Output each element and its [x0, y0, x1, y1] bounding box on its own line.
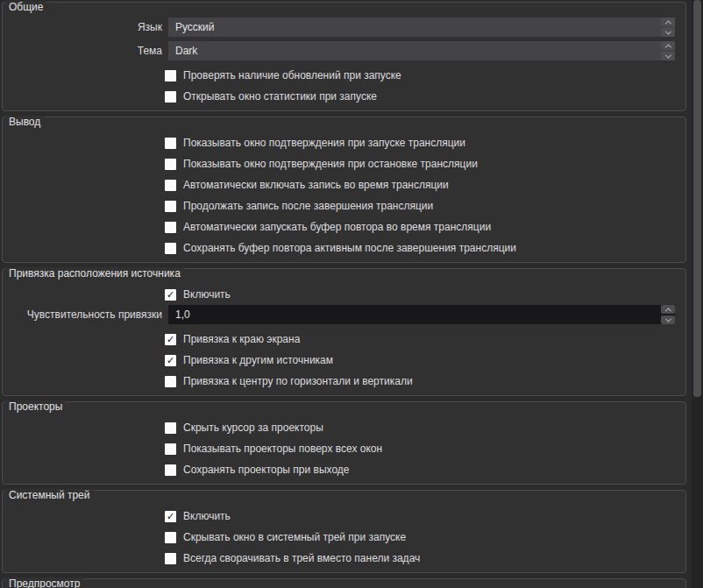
- projectors-always-on-top-row: Показывать проекторы поверх всех окон: [165, 443, 675, 455]
- save-projectors-on-exit-checkbox[interactable]: [165, 464, 176, 476]
- auto-start-replay-buffer-label[interactable]: Автоматически запускать буфер повтора во…: [183, 221, 491, 233]
- auto-record-when-streaming-label[interactable]: Автоматически включать запись во время т…: [183, 179, 449, 191]
- language-up-button[interactable]: [661, 18, 675, 26]
- always-minimize-to-tray-checkbox[interactable]: [165, 553, 176, 564]
- confirm-stop-stream-label[interactable]: Показывать окно подтверждения при остано…: [183, 158, 478, 170]
- keep-recording-after-stream-label[interactable]: Продолжать запись после завершения транс…: [183, 200, 433, 212]
- always-minimize-to-tray-label[interactable]: Всегда сворачивать в трей вместо панели …: [183, 552, 420, 564]
- snap-sensitivity-input[interactable]: 1,0: [168, 305, 675, 324]
- snap-to-other-sources-checkbox[interactable]: [165, 355, 176, 366]
- check-updates-label[interactable]: Проверять наличие обновлений при запуске: [183, 69, 401, 81]
- keep-replay-buffer-after-stream-label[interactable]: Сохранять буфер повтора активным после з…: [183, 242, 516, 254]
- system-tray-group: Системный трейВключитьСкрывать окно в си…: [2, 490, 686, 573]
- enable-snapping-row: Включить: [165, 288, 675, 301]
- enable-tray-label[interactable]: Включить: [183, 510, 231, 522]
- auto-record-when-streaming-row: Автоматически включать запись во время т…: [165, 179, 675, 191]
- keep-recording-after-stream-checkbox[interactable]: [165, 201, 176, 212]
- projectors-always-on-top-label[interactable]: Показывать проекторы поверх всех окон: [183, 443, 382, 455]
- save-projectors-on-exit-label[interactable]: Сохранять проекторы при выходе: [183, 464, 350, 476]
- snap-to-other-sources-label[interactable]: Привязка к другим источникам: [183, 354, 333, 366]
- preview-group: ПредпросмотрСкрыть переполнение: [2, 578, 686, 588]
- keep-replay-buffer-after-stream-row: Сохранять буфер повтора активным после з…: [165, 242, 675, 254]
- open-stats-checkbox[interactable]: [165, 91, 176, 103]
- general-group-title: Общие: [5, 1, 46, 13]
- open-stats-row: Открывать окно статистики при запуске: [165, 90, 675, 103]
- source-snapping-group-title: Привязка расположения источника: [5, 267, 184, 280]
- snap-to-screen-edge-label[interactable]: Привязка к краю экрана: [183, 333, 300, 345]
- snap-to-center-checkbox[interactable]: [165, 376, 176, 387]
- chevron-up-icon: [664, 44, 671, 50]
- enable-tray-row: Включить: [165, 510, 675, 522]
- check-updates-row: Проверять наличие обновлений при запуске: [165, 69, 675, 81]
- theme-up-button[interactable]: [661, 41, 675, 50]
- enable-tray-checkbox[interactable]: [165, 511, 176, 522]
- enable-snapping-checkbox[interactable]: [165, 289, 176, 301]
- source-snapping-group: Привязка расположения источникаВключитьЧ…: [2, 268, 686, 396]
- theme-row: ТемаDark: [3, 41, 675, 60]
- open-stats-label[interactable]: Открывать окно статистики при запуске: [183, 90, 377, 103]
- auto-start-replay-buffer-checkbox[interactable]: [165, 222, 176, 233]
- snap-sensitivity-down-button[interactable]: [661, 315, 675, 324]
- confirm-stop-stream-checkbox[interactable]: [165, 159, 176, 170]
- check-updates-checkbox[interactable]: [165, 70, 176, 81]
- auto-start-replay-buffer-row: Автоматически запускать буфер повтора во…: [165, 221, 675, 233]
- snap-sensitivity-spin-buttons: [661, 305, 675, 324]
- snap-sensitivity-label: Чувствительность привязки: [3, 308, 162, 321]
- snap-to-other-sources-row: Привязка к другим источникам: [165, 354, 675, 366]
- settings-content: ОбщиеЯзыкРусскийТемаDarkПроверять наличи…: [2, 2, 686, 588]
- language-value: Русский: [168, 21, 659, 33]
- minimize-to-tray-on-start-row: Скрывать окно в системный трей при запус…: [165, 531, 675, 543]
- language-row: ЯзыкРусский: [3, 18, 675, 37]
- chevron-down-icon: [664, 315, 671, 322]
- language-label: Язык: [3, 21, 162, 33]
- output-group-title: Вывод: [5, 116, 44, 128]
- hide-cursor-over-projectors-row: Скрыть курсор за проекторы: [165, 422, 675, 434]
- keep-recording-after-stream-row: Продолжать запись после завершения транс…: [165, 200, 675, 212]
- projectors-always-on-top-checkbox[interactable]: [165, 443, 176, 455]
- settings-page: ОбщиеЯзыкРусскийТемаDarkПроверять наличи…: [0, 0, 703, 588]
- scrollbar-thumb[interactable]: [693, 0, 701, 397]
- save-projectors-on-exit-row: Сохранять проекторы при выходе: [165, 464, 675, 476]
- enable-snapping-label[interactable]: Включить: [183, 288, 231, 301]
- hide-cursor-over-projectors-checkbox[interactable]: [165, 422, 176, 434]
- snap-to-center-label[interactable]: Привязка к центру по горизонтали и верти…: [183, 375, 413, 387]
- snap-sensitivity-value: 1,0: [168, 308, 659, 321]
- snap-sensitivity-row: Чувствительность привязки1,0: [3, 305, 675, 324]
- keep-replay-buffer-after-stream-checkbox[interactable]: [165, 243, 176, 254]
- hide-cursor-over-projectors-label[interactable]: Скрыть курсор за проекторы: [183, 422, 323, 434]
- confirm-stop-stream-row: Показывать окно подтверждения при остано…: [165, 158, 675, 170]
- theme-value: Dark: [168, 45, 659, 57]
- always-minimize-to-tray-row: Всегда сворачивать в трей вместо панели …: [165, 552, 675, 564]
- projectors-group-title: Проекторы: [5, 400, 66, 413]
- snap-sensitivity-up-button[interactable]: [661, 305, 675, 314]
- minimize-to-tray-on-start-checkbox[interactable]: [165, 532, 176, 543]
- minimize-to-tray-on-start-label[interactable]: Скрывать окно в системный трей при запус…: [183, 531, 406, 543]
- general-group: ОбщиеЯзыкРусскийТемаDarkПроверять наличи…: [2, 2, 686, 111]
- system-tray-group-title: Системный трей: [5, 489, 94, 501]
- theme-combobox[interactable]: Dark: [168, 41, 675, 60]
- snap-to-screen-edge-row: Привязка к краю экрана: [165, 333, 675, 345]
- chevron-down-icon: [664, 28, 671, 34]
- theme-down-button[interactable]: [661, 52, 675, 60]
- snap-to-screen-edge-checkbox[interactable]: [165, 334, 176, 345]
- output-group: ВыводПоказывать окно подтверждения при з…: [2, 117, 686, 263]
- confirm-start-stream-label[interactable]: Показывать окно подтверждения при запуск…: [183, 137, 465, 149]
- preview-group-title: Предпросмотр: [5, 577, 83, 588]
- snap-to-center-row: Привязка к центру по горизонтали и верти…: [165, 375, 675, 387]
- vertical-scrollbar[interactable]: [692, 0, 703, 588]
- language-spin-buttons: [661, 18, 675, 37]
- chevron-down-icon: [664, 52, 671, 58]
- projectors-group: ПроекторыСкрыть курсор за проекторыПоказ…: [2, 401, 686, 485]
- auto-record-when-streaming-checkbox[interactable]: [165, 180, 176, 191]
- chevron-up-icon: [664, 20, 671, 26]
- confirm-start-stream-row: Показывать окно подтверждения при запуск…: [165, 137, 675, 149]
- confirm-start-stream-checkbox[interactable]: [165, 138, 176, 149]
- chevron-up-icon: [664, 308, 671, 314]
- language-down-button[interactable]: [661, 28, 675, 37]
- theme-spin-buttons: [661, 41, 675, 60]
- theme-label: Тема: [3, 45, 162, 57]
- language-combobox[interactable]: Русский: [168, 18, 675, 37]
